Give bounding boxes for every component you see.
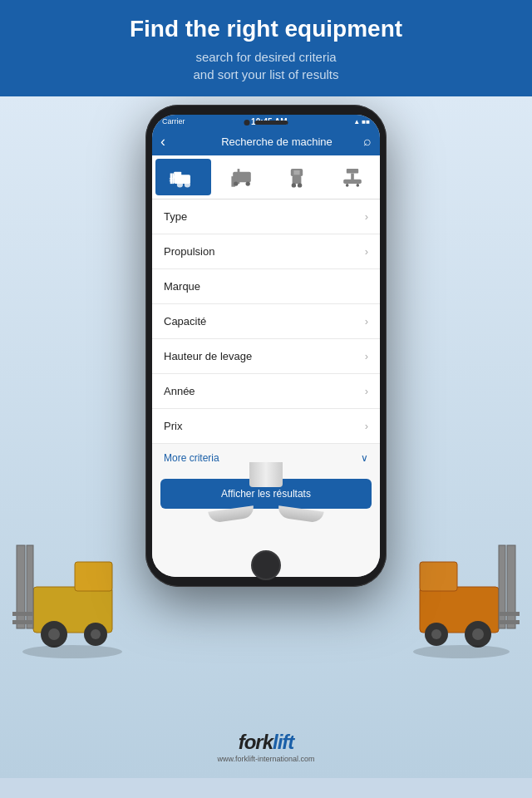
home-button[interactable] [251, 550, 281, 580]
svg-rect-15 [499, 612, 520, 616]
svg-rect-40 [347, 169, 358, 173]
svg-rect-36 [293, 176, 302, 184]
scene: Carrier 10:45 AM ▲ ■■ ‹ Recherche de mac… [0, 96, 532, 778]
speaker-icon [255, 121, 288, 125]
svg-point-18 [472, 628, 484, 640]
filter-annee[interactable]: Année › [152, 374, 380, 409]
tab-forklift[interactable] [155, 159, 211, 195]
camera-icon [244, 120, 250, 126]
filter-propulsion[interactable]: Propulsion › [152, 234, 380, 269]
filter-type[interactable]: Type › [152, 200, 380, 234]
filter-hauteur[interactable]: Hauteur de levage › [152, 339, 380, 374]
chevron-down-icon: ∨ [361, 452, 368, 464]
filter-prix[interactable]: Prix › [152, 409, 380, 444]
svg-rect-16 [499, 620, 520, 624]
filter-propulsion-label: Propulsion [164, 245, 214, 258]
chevron-right-icon: › [365, 315, 368, 328]
svg-point-39 [298, 183, 302, 187]
carrier-text: Carrier [162, 117, 185, 126]
forklift-left-icon [8, 529, 137, 662]
phone: Carrier 10:45 AM ▲ ■■ ‹ Recherche de mac… [145, 105, 387, 587]
filter-capacite-label: Capacité [164, 315, 206, 328]
forklift-right-icon [407, 529, 524, 662]
svg-point-44 [356, 184, 359, 187]
order-picker-tab-icon [282, 165, 312, 189]
svg-point-28 [177, 181, 183, 187]
phone-stand [200, 462, 332, 520]
brand-url: www.forklift-international.com [183, 755, 349, 763]
nav-bar: ‹ Recherche de machine ⌕ [152, 128, 380, 155]
svg-point-33 [234, 181, 238, 185]
status-icons: ▲ ■■ [353, 118, 370, 126]
svg-point-38 [292, 183, 296, 187]
chevron-right-icon: › [365, 245, 368, 258]
chevron-right-icon: › [365, 210, 368, 223]
svg-point-29 [185, 181, 190, 187]
svg-rect-32 [237, 169, 239, 184]
filter-annee-label: Année [164, 385, 195, 397]
filter-capacite[interactable]: Capacité › [152, 304, 380, 339]
brand-name-prefix: fork [239, 731, 273, 753]
phone-top-bar [244, 120, 288, 126]
tab-reach-truck[interactable] [214, 155, 270, 199]
svg-rect-12 [420, 562, 457, 591]
svg-rect-1 [75, 562, 112, 591]
nav-title: Recherche de machine [170, 135, 380, 148]
search-icon[interactable]: ⌕ [363, 134, 372, 149]
stand-neck [249, 462, 283, 487]
tab-order-picker[interactable] [269, 155, 325, 199]
svg-point-21 [413, 645, 510, 658]
back-button[interactable]: ‹ [160, 133, 165, 150]
svg-rect-4 [12, 612, 33, 616]
svg-point-20 [431, 629, 441, 639]
svg-rect-5 [12, 620, 33, 624]
filter-type-label: Type [164, 210, 187, 223]
filter-hauteur-label: Hauteur de levage [164, 350, 252, 362]
svg-rect-37 [294, 170, 300, 174]
svg-rect-30 [233, 171, 251, 182]
filter-marque-label: Marque [164, 280, 200, 293]
tab-aerial-platform[interactable] [325, 155, 381, 199]
svg-rect-23 [174, 171, 181, 178]
header-banner: Find the right equipment search for desi… [0, 0, 532, 96]
svg-point-43 [346, 184, 349, 187]
header-subtitle: search for desired criteriaand sort your… [17, 48, 515, 83]
chevron-right-icon: › [365, 385, 368, 397]
svg-rect-26 [170, 177, 174, 179]
brand-logo: forklift [183, 731, 349, 754]
aerial-platform-tab-icon [337, 165, 367, 189]
chevron-right-icon: › [365, 420, 368, 432]
svg-point-10 [22, 645, 122, 658]
header-title: Find the right equipment [17, 15, 515, 43]
svg-point-9 [91, 629, 101, 639]
chevron-right-icon: › [365, 350, 368, 362]
svg-point-34 [245, 181, 249, 185]
svg-rect-42 [343, 179, 362, 183]
reach-truck-tab-icon [227, 165, 257, 189]
brand-footer: forklift www.forklift-international.com [183, 731, 349, 763]
filter-marque[interactable]: Marque [152, 269, 380, 304]
svg-rect-27 [170, 180, 174, 181]
filter-prix-label: Prix [164, 420, 182, 432]
brand-name-suffix: lift [273, 731, 293, 753]
svg-point-7 [48, 628, 60, 640]
category-tabs [152, 155, 380, 200]
forklift-tab-icon [168, 165, 198, 189]
